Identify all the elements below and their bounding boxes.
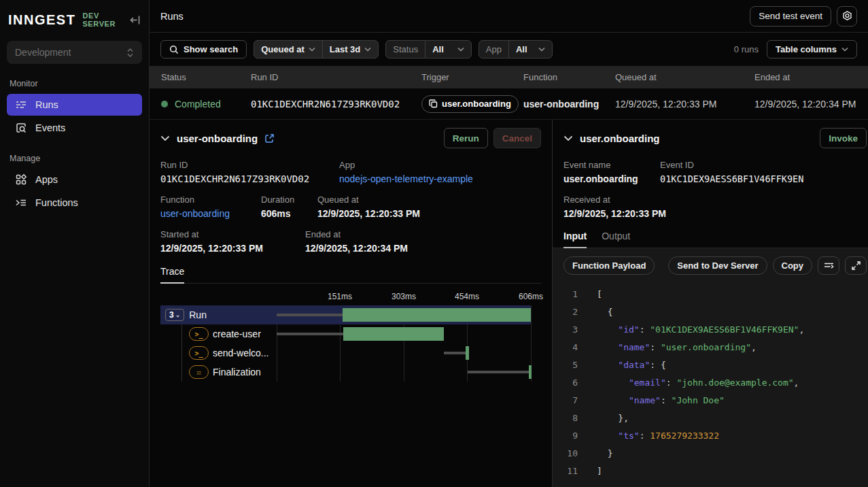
copy-button[interactable]: Copy [773,256,813,275]
function-link[interactable]: user-onboarding [160,208,261,219]
app-filter[interactable]: App All [479,40,553,58]
sidebar-item-label: Apps [35,174,58,185]
table-row[interactable]: Completed 01KC1DEXCHR2N617Z93RK0VD02 use… [150,88,868,120]
line-number: 5 [553,356,578,374]
line-number: 4 [553,339,578,356]
chevron-down-icon [841,47,848,52]
monitor-section-label: Monitor [0,79,149,88]
payload-section: Function Payload Send to Dev Server Copy [553,248,868,487]
span-bar[interactable] [343,308,531,322]
trace-waterfall: 151ms303ms454ms606ms 3⌄Run>_create-user>… [160,292,541,382]
app-filter-value: All [509,41,552,58]
main-content: Runs Send test event [150,0,868,487]
queue-wait-line [444,352,466,354]
time-range-dropdown[interactable]: Last 3d [323,41,379,58]
manage-section-label: Manage [0,154,149,163]
trace-row[interactable]: 3⌄Run [160,305,531,324]
table-columns-button[interactable]: Table columns [767,40,857,58]
environment-value: Development [15,47,71,58]
event-name-label: Event name [563,160,660,170]
invoke-button[interactable]: Invoke [820,128,867,148]
chevron-down-icon [538,47,545,52]
line-number: 3 [553,321,578,339]
trace-rows: 3⌄Run>_create-user>_send-welco...☑Finali… [160,305,531,382]
trigger-pill[interactable]: user.onboarding [421,95,519,113]
column-header: Ended at [754,72,868,82]
code-lines: 1[2 {3 "id": "01KC1DEX9AESS6BF1V46FFK9EN… [553,286,868,480]
code-line: 2 { [553,303,868,321]
chevron-down-icon [457,47,464,52]
duration-value: 606ms [261,208,317,219]
status-dot [161,101,168,107]
code-line: 6 "email": "john.doe@example.com", [553,374,868,392]
external-link-icon[interactable] [264,133,275,144]
app-link[interactable]: nodejs-open-telemetry-example [339,173,473,184]
code-line: 3 "id": "01KC1DEX9AESS6BF1V46FFK9EN", [553,321,868,339]
tab-output[interactable]: Output [602,231,630,248]
started-at-value: 12/9/2025, 12:20:33 PM [160,243,305,254]
wrap-lines-icon[interactable] [818,256,839,275]
app-filter-label: App [479,41,508,58]
trace-row[interactable]: >_create-user [160,324,531,343]
app-root: INNGEST DEV SERVER Development Monitor [0,0,868,487]
environment-select[interactable]: Development [7,41,142,64]
trace-row[interactable]: ☑Finalization [160,363,531,382]
status-filter[interactable]: Status All [385,40,471,58]
event-detail-panel: user.onboarding Invoke Event name user.o… [553,120,868,487]
axis-tick-label: 606ms [519,292,543,301]
sidebar-item-label: Functions [35,197,78,208]
sidebar-item-events[interactable]: Events [7,117,142,139]
expand-icon[interactable] [845,256,867,275]
chevron-down-icon [364,47,371,52]
step-count-badge[interactable]: 3⌄ [165,309,184,321]
collapse-run-chevron-icon[interactable] [160,135,170,141]
dev-server-badge: DEV SERVER [82,12,129,28]
span-bar[interactable] [529,365,532,379]
received-at-label: Received at [563,195,666,205]
show-search-button[interactable]: Show search [160,40,247,58]
settings-button[interactable] [837,6,857,27]
sidebar-item-runs[interactable]: Runs [7,94,142,116]
column-header: Queued at [615,72,754,82]
status-filter-value: All [426,41,471,58]
inngest-logo: INNGEST [8,12,75,28]
ended-at-value: 12/9/2025, 12:20:34 PM [754,99,868,110]
code-line: 8 }, [553,409,868,427]
run-id-value: 01KC1DEXCHR2N617Z93RK0VD02 [251,99,421,110]
filter-bar: Show search Queued at Last 3d [150,33,868,66]
column-header: Function [523,72,615,82]
sidebar-item-label: Events [35,122,65,133]
queued-at-value: 12/9/2025, 12:20:33 PM [615,99,754,110]
code-line: 7 "name": "John Doe" [553,392,868,409]
payload-code: 1[2 {3 "id": "01KC1DEX9AESS6BF1V46FFK9EN… [553,282,868,487]
finalization-check-icon: ☑ [189,365,209,379]
span-bar[interactable] [466,346,469,360]
collapse-sidebar-icon[interactable] [129,14,141,26]
line-number: 7 [553,392,578,409]
time-field-dropdown[interactable]: Queued at [254,41,322,58]
send-test-event-button[interactable]: Send test event [750,6,831,27]
rerun-button[interactable]: Rerun [444,128,488,148]
cancel-button: Cancel [493,128,541,148]
trace-row-name: send-welco... [213,348,268,358]
function-payload-badge[interactable]: Function Payload [563,256,655,275]
trace-row[interactable]: >_send-welco... [160,343,531,363]
send-to-dev-server-button[interactable]: Send to Dev Server [668,256,767,275]
sidebar-item-apps[interactable]: Apps [7,169,142,190]
event-id-label: Event ID [660,160,803,170]
axis-tick-label: 303ms [392,292,416,301]
collapse-event-chevron-icon[interactable] [563,135,573,141]
code-line: 9 "ts": 1765279233322 [553,427,868,445]
tab-input[interactable]: Input [563,231,587,248]
span-bar[interactable] [343,327,444,341]
sidebar-item-functions[interactable]: Functions [7,192,142,214]
detail-queued-at: 12/9/2025, 12:20:33 PM [317,208,420,219]
event-name-value: user.onboarding [563,173,660,184]
tab-trace[interactable]: Trace [160,266,184,284]
queued-at-label: Queued at [317,195,420,205]
detail-panels: user-onboarding Rerun Cancel Run I [150,120,868,487]
gear-icon [841,10,853,22]
status-text: Completed [175,99,221,110]
terminal-step-icon: >_ [189,346,209,360]
trace-row-name: create-user [213,329,261,339]
